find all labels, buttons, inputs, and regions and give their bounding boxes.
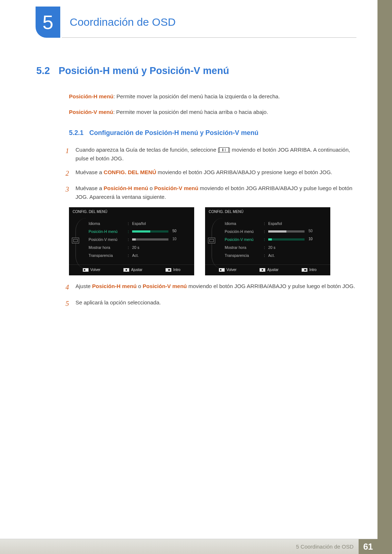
step4-mid: o: [136, 283, 143, 289]
back-icon: [219, 268, 225, 272]
steps-list: 1 Cuando aparezca la Guía de teclas de f…: [62, 145, 356, 201]
back-icon: [83, 268, 89, 272]
osd-foot-volver: Volver: [226, 268, 237, 272]
osd-label-trans: Transparencia: [225, 253, 262, 258]
step3-key1: Posición-H menú: [104, 185, 148, 191]
section-heading: 5.2 Posición-H menú y Posición-V menú: [36, 65, 356, 77]
osd-val-mostrar: 20 s: [268, 245, 327, 250]
osd-panel-posv: CONFIG. DEL MENÚ Idioma:Español Posición…: [205, 207, 330, 275]
osd-foot-intro: Intro: [173, 268, 180, 272]
osd-label-posh: Posición-H menú: [225, 229, 262, 234]
osd-foot-volver: Volver: [90, 268, 101, 272]
step-number: 1: [62, 145, 69, 163]
osd-foot-ajustar: Ajustar: [267, 268, 278, 272]
footer-chapter-label: 5 Coordinación de OSD: [296, 543, 359, 550]
step4-text-b: moviendo el botón JOG ARRIBA/ABAJO y pul…: [187, 283, 355, 289]
osd-title: CONFIG. DEL MENÚ: [69, 207, 194, 216]
osd-label-mostrar: Mostrar hora: [225, 245, 262, 250]
osd-slider-posv: 10: [268, 238, 305, 241]
osd-label-posv: Posición-V menú: [89, 237, 126, 242]
step-3: 3 Muévase a Posición-H menú o Posición-V…: [62, 184, 356, 201]
step4-key1: Posición-H menú: [92, 283, 137, 289]
osd-val-idioma: Español: [132, 221, 191, 226]
chapter-number-tab: 5: [36, 7, 60, 38]
step-number: 3: [62, 184, 69, 201]
posicion-h-key: Posición-H menú: [69, 93, 114, 99]
osd-title: CONFIG. DEL MENÚ: [205, 207, 330, 216]
osd-slider-posv: 10: [132, 238, 168, 241]
step2-text-a: Muévase a: [75, 169, 104, 175]
step-number: 4: [62, 282, 69, 293]
posicion-v-key: Posición-V menú: [69, 109, 113, 115]
section-title: Posición-H menú y Posición-V menú: [59, 65, 229, 77]
step-2: 2 Muévase a CONFIG. DEL MENÚ moviendo el…: [62, 168, 356, 179]
right-margin-bar: [377, 0, 392, 554]
osd-val-mostrar: 20 s: [132, 245, 191, 250]
steps-list-continued: 4 Ajuste Posición-H menú o Posición-V me…: [62, 282, 356, 309]
intro-p2-text: : Permite mover la posición del menú hac…: [113, 109, 268, 115]
step4-text-a: Ajuste: [75, 283, 92, 289]
menu-icon: [219, 147, 229, 152]
osd-slider-posh: 50: [132, 230, 168, 233]
osd-foot-intro: Intro: [309, 268, 317, 272]
osd-slider-posh-value: 50: [172, 229, 176, 233]
osd-label-posv: Posición-V menú: [225, 237, 262, 242]
intro-para-2: Posición-V menú: Permite mover la posici…: [69, 108, 356, 116]
step-4: 4 Ajuste Posición-H menú o Posición-V me…: [62, 282, 356, 293]
osd-footer: Volver Ajustar Intro: [205, 265, 330, 273]
intro-para-1: Posición-H menú: Permite mover la posici…: [69, 93, 356, 101]
chapter-title: Coordinación de OSD: [62, 16, 176, 28]
enter-icon: [302, 268, 307, 272]
osd-curve: [75, 218, 86, 269]
osd-label-mostrar: Mostrar hora: [89, 245, 126, 250]
osd-val-trans: Act.: [132, 253, 191, 258]
page-footer: 5 Coordinación de OSD 61: [0, 539, 377, 554]
step3-key2: Posición-V menú: [154, 185, 199, 191]
step3-mid: o: [148, 185, 154, 191]
adjust-icon: [123, 268, 129, 272]
osd-slider-posh-value: 50: [309, 229, 313, 233]
osd-slider-posh: 50: [268, 230, 305, 233]
intro-p1-text: : Permite mover la posición del menú hac…: [114, 93, 280, 99]
osd-foot-ajustar: Ajustar: [131, 268, 142, 272]
subsection-number: 5.2.1: [69, 129, 83, 137]
step-5: 5 Se aplicará la opción seleccionada.: [62, 298, 356, 309]
osd-label-idioma: Idioma: [89, 221, 126, 226]
osd-menu-icon: [72, 238, 79, 243]
step-number: 5: [62, 298, 69, 309]
osd-menu-icon: [208, 238, 215, 243]
step5-text: Se aplicará la opción seleccionada.: [75, 298, 356, 309]
osd-footer: Volver Ajustar Intro: [69, 265, 194, 273]
subsection-heading: 5.2.1 Configuración de Posición-H menú y…: [69, 129, 356, 137]
step2-key: CONFIG. DEL MENÚ: [104, 169, 156, 175]
osd-val-trans: Act.: [268, 253, 327, 258]
osd-label-posh: Posición-H menú: [89, 229, 126, 234]
osd-val-idioma: Español: [268, 221, 327, 226]
page-content: 5.2 Posición-H menú y Posición-V menú Po…: [36, 65, 356, 314]
osd-slider-posv-value: 10: [172, 237, 176, 241]
step1-text-a: Cuando aparezca la Guía de teclas de fun…: [75, 147, 219, 153]
osd-screenshots: CONFIG. DEL MENÚ Idioma:Español Posición…: [69, 207, 356, 275]
step-number: 2: [62, 168, 69, 179]
footer-page-number: 61: [359, 539, 377, 554]
osd-panel-posh: CONFIG. DEL MENÚ Idioma:Español Posición…: [69, 207, 194, 275]
osd-curve: [212, 218, 222, 269]
step-1: 1 Cuando aparezca la Guía de teclas de f…: [62, 145, 356, 163]
step3-text-a: Muévase a: [75, 185, 104, 191]
chapter-header: Coordinación de OSD: [62, 7, 356, 38]
section-number: 5.2: [36, 65, 50, 77]
osd-label-trans: Transparencia: [89, 253, 126, 258]
osd-label-idioma: Idioma: [225, 221, 262, 226]
step4-key2: Posición-V menú: [143, 283, 187, 289]
step2-text-b: moviendo el botón JOG ARRIBA/ABAJO y pre…: [156, 169, 332, 175]
adjust-icon: [260, 268, 265, 272]
osd-slider-posv-value: 10: [309, 237, 313, 241]
subsection-title: Configuración de Posición-H menú y Posic…: [89, 129, 258, 137]
enter-icon: [166, 268, 171, 272]
